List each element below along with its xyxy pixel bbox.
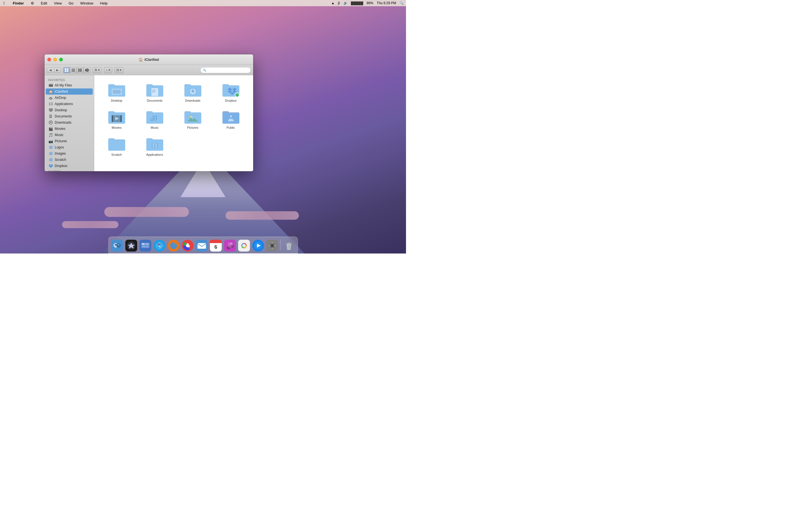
dock-app-itunes[interactable] [223, 239, 237, 252]
file-item-applications[interactable]: Applications [137, 134, 172, 159]
sidebar-item-downloads[interactable]: Downloads [46, 119, 93, 126]
svg-rect-11 [87, 68, 88, 72]
dock-app-chrome[interactable] [181, 239, 194, 252]
sidebar-item-movies[interactable]: 🎬 Movies [46, 126, 93, 132]
svg-rect-65 [146, 243, 149, 245]
folder-icon-scratch [108, 136, 126, 152]
sidebar-item-pictures[interactable]: 📷 Pictures [46, 138, 93, 144]
dock-app-safari[interactable] [153, 239, 166, 252]
sidebar-item-label: Images [55, 152, 66, 156]
dock-app-mission-control[interactable] [139, 239, 152, 252]
arrange-icon: ⊟ [116, 68, 119, 72]
sidebar-item-label: Music [55, 133, 63, 137]
file-label-desktop: Desktop [111, 99, 122, 102]
folder-icon-pictures [184, 109, 202, 125]
movies-icon: 🎬 [49, 126, 53, 131]
back-button[interactable]: ◀ [47, 68, 54, 73]
svg-rect-99 [274, 245, 276, 246]
svg-point-50 [190, 116, 192, 118]
file-item-scratch[interactable]: Scratch [99, 134, 135, 159]
cloud-1 [104, 207, 189, 217]
dock-app-mail[interactable] [195, 239, 208, 252]
file-item-documents[interactable]: Documents [137, 80, 172, 105]
search-icon[interactable]: 🔍 [400, 1, 404, 5]
sidebar-item-dropbox[interactable]: Dropbox [46, 163, 93, 169]
share-button[interactable]: ↑ ▾ [104, 67, 112, 73]
sidebar-item-images[interactable]: Images [46, 151, 93, 157]
folder-icon-documents [146, 82, 164, 98]
menubar-file[interactable]: ⚙ [30, 1, 35, 5]
sidebar-item-iclarified[interactable]: 🏠 iClarified [46, 89, 93, 95]
sidebar-item-label: AirDrop [55, 96, 66, 100]
file-item-music[interactable]: Music [137, 107, 172, 131]
dock-app-trash[interactable] [283, 239, 296, 252]
dock-app-quicktime[interactable] [252, 239, 265, 252]
file-item-desktop[interactable]: Desktop [99, 80, 135, 105]
sidebar-item-scratch[interactable]: Scratch [46, 157, 93, 163]
battery-indicator: ▓▓▓▓▓ [351, 1, 363, 5]
file-label-applications: Applications [146, 153, 163, 156]
file-item-public[interactable]: Public [213, 107, 249, 131]
svg-rect-82 [210, 241, 222, 243]
dock-app-calendar[interactable]: 6 [209, 239, 222, 252]
file-label-movies: Movies [112, 126, 121, 129]
dock-app-firefox[interactable] [167, 239, 180, 252]
file-item-dropbox[interactable]: ✓ Dropbox [213, 80, 249, 105]
file-item-downloads[interactable]: Downloads [175, 80, 211, 105]
action-button[interactable]: ⚙ ▾ [93, 67, 102, 73]
svg-rect-102 [288, 242, 290, 243]
sidebar-item-logos[interactable]: Logos [46, 144, 93, 151]
sidebar-item-airdrop[interactable]: AirDrop [46, 95, 93, 101]
dock-app-photos[interactable] [238, 239, 251, 252]
menubar-right: ▲ β 🔊 ▓▓▓▓▓ 86% Thu 6:29 PM 🔍 [331, 1, 404, 5]
svg-rect-6 [71, 71, 75, 71]
folder-icon-music [146, 109, 164, 125]
menubar-left:  Finder ⚙ Edit View Go Window Help [2, 1, 109, 5]
dock-app-finder[interactable] [111, 239, 124, 252]
menubar:  Finder ⚙ Edit View Go Window Help ▲ β … [0, 0, 406, 6]
svg-rect-8 [80, 68, 81, 72]
menubar-view[interactable]: View [53, 1, 63, 5]
sidebar-item-desktop[interactable]: Desktop [46, 107, 93, 113]
documents-icon [49, 114, 53, 119]
svg-rect-10 [85, 69, 86, 71]
menubar-app-name[interactable]: Finder [11, 1, 25, 5]
menubar-window[interactable]: Window [79, 1, 94, 5]
menubar-help[interactable]: Help [99, 1, 109, 5]
battery-percent: 86% [366, 1, 373, 5]
list-view-button[interactable] [70, 67, 77, 73]
search-input[interactable] [207, 68, 247, 72]
svg-rect-48 [120, 115, 122, 122]
coverflow-view-button[interactable] [84, 67, 90, 73]
window-title: 🏠 iClarified [139, 58, 159, 62]
sidebar-item-all-my-files[interactable]: All My Files [46, 82, 93, 89]
svg-rect-37 [152, 90, 156, 91]
minimize-button[interactable] [53, 58, 57, 61]
maximize-button[interactable] [59, 58, 63, 61]
svg-rect-27 [50, 117, 51, 117]
apple-menu[interactable]:  [2, 1, 6, 5]
close-button[interactable] [47, 58, 51, 61]
sidebar-item-music[interactable]: 🎵 Music [46, 132, 93, 138]
svg-rect-3 [67, 70, 68, 72]
svg-rect-101 [286, 243, 292, 244]
window-title-icon: 🏠 [139, 58, 143, 62]
svg-point-57 [115, 244, 117, 245]
dock-app-system-preferences[interactable] [266, 239, 279, 252]
menubar-go[interactable]: Go [67, 1, 74, 5]
icon-view-button[interactable] [63, 67, 70, 73]
menubar-edit[interactable]: Edit [40, 1, 48, 5]
sidebar-item-label: Logos [55, 145, 64, 149]
dock-app-launchpad[interactable] [125, 239, 138, 252]
window-title-text: iClarified [144, 58, 159, 62]
file-item-movies[interactable]: Movies [99, 107, 135, 131]
forward-button[interactable]: ▶ [54, 68, 61, 73]
arrange-button[interactable]: ⊟ ▾ [114, 67, 123, 73]
svg-point-95 [271, 244, 273, 247]
svg-rect-0 [65, 68, 66, 70]
dropbox-sync-badge: ✓ [235, 93, 239, 97]
column-view-button[interactable] [77, 67, 84, 73]
sidebar-item-documents[interactable]: Documents [46, 113, 93, 119]
file-item-pictures[interactable]: Pictures [175, 107, 211, 131]
sidebar-item-applications[interactable]: Applications [46, 101, 93, 107]
